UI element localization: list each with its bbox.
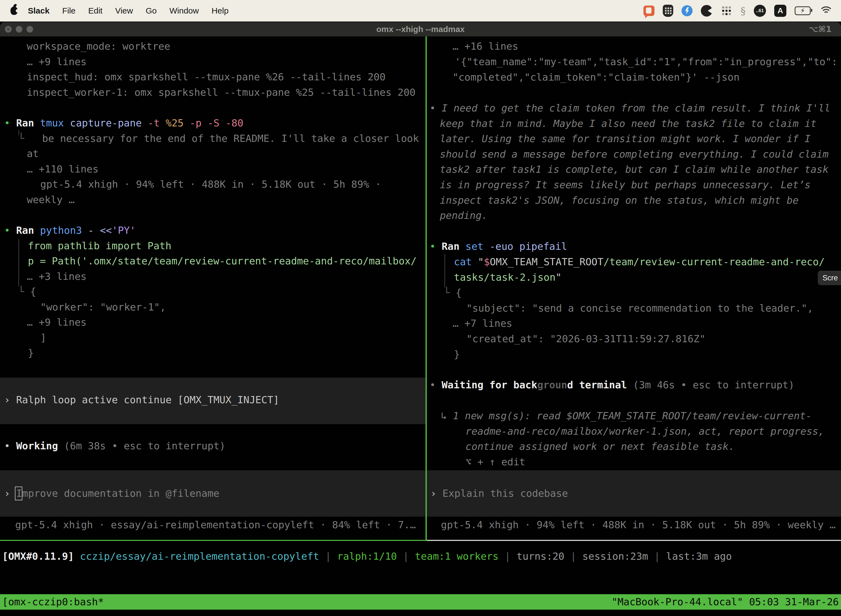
menu-bar: SlackFileEditViewGoWindowHelp § ..61 A ⚡: [0, 0, 841, 22]
term-line: "subject": "send a concise recommendatio…: [466, 301, 813, 316]
term-line: ↳ 1 new msg(s): read $OMX_TEAM_STATE_ROO…: [441, 408, 812, 424]
right-pane-border: [427, 540, 841, 541]
terminal-content: Scre workspace_mode: worktree… +9 linesi…: [0, 0, 841, 616]
term-line: keep that in mind. Maybe I also need the…: [440, 116, 816, 131]
shield-grid-icon[interactable]: [663, 5, 673, 17]
term-line: • Waiting for background terminal (3m 46…: [429, 377, 794, 393]
term-line: … +9 lines: [27, 315, 86, 330]
menu-item-file[interactable]: File: [56, 6, 82, 15]
term-line: └ {: [18, 284, 36, 299]
term-line: • Ran tmux capture-pane -t %25 -p -S -80: [4, 115, 243, 131]
chat-bubble-icon[interactable]: [643, 6, 655, 16]
tool-connector-line: [19, 239, 19, 286]
term-line: … +16 lines: [453, 39, 518, 54]
term-line: pending.: [440, 208, 488, 223]
term-line: • Working (6m 38s • esc to interrupt): [4, 438, 226, 454]
term-line: [OMX#0.11.9] cczip/essay/ai-reimplementa…: [2, 549, 732, 564]
term-line: }: [28, 345, 34, 361]
term-line: task2 after task1 is complete, but can I…: [440, 162, 829, 177]
term-line: … +7 lines: [453, 316, 512, 331]
term-line: └ {: [444, 285, 462, 301]
tmux-session-label: [omx-cczip0:bash*: [2, 594, 104, 610]
left-pane-border: [0, 540, 427, 541]
term-line: "worker": "worker-1",: [40, 299, 166, 315]
term-line: later. Using the same for transition mig…: [440, 131, 811, 147]
term-line: gpt-5.4 xhigh · essay/ai-reimplementatio…: [15, 517, 416, 532]
blue-bolt-icon[interactable]: [681, 5, 693, 16]
term-line: continue assigned work or next feasible …: [466, 439, 734, 454]
battery-bolt-glyph: ⚡: [800, 7, 805, 14]
term-line: • Ran python3 - <<'PY': [4, 223, 136, 238]
term-line: ]: [40, 330, 46, 346]
term-line: inspect_hud: omx sparkshell --tmux-pane …: [27, 69, 385, 85]
squiggle-icon[interactable]: §: [741, 5, 746, 16]
tmux-host-clock: "MacBook-Pro-44.local" 05:03 31-Mar-26: [611, 594, 839, 610]
term-line: p = Path('.omx/state/team/review-current…: [28, 253, 417, 269]
term-line: readme-and-reco/mailbox/worker-1.json, a…: [466, 424, 824, 439]
term-line: weekly …: [27, 192, 75, 208]
menu-status-icons: § ..61 A ⚡: [643, 5, 841, 17]
term-line: should send a message before completing …: [440, 147, 829, 162]
wifi-icon[interactable]: [819, 6, 831, 15]
menu-item-view[interactable]: View: [109, 6, 139, 15]
term-line: … +9 lines: [27, 54, 86, 70]
term-line: gpt-5.4 xhigh · 94% left · 488K in · 5.1…: [441, 517, 835, 532]
tooltip-label: Scre: [822, 274, 838, 282]
term-line: ⌥ + ↑ edit: [466, 454, 525, 470]
term-line: inspect task2's JSON, focusing on the st…: [440, 193, 799, 208]
term-line: from pathlib import Path: [28, 238, 171, 254]
term-line: … +3 lines: [27, 269, 86, 284]
term-line: workspace_mode: worktree: [27, 39, 170, 54]
term-line: at: [27, 146, 39, 161]
term-line: • Ran set -euo pipefail: [429, 239, 567, 254]
screen-tooltip: Scre: [818, 271, 841, 285]
term-line: inspect_worker-1: omx sparkshell --tmux-…: [27, 85, 416, 100]
term-line: is in progress? It seems likely but perh…: [440, 177, 811, 193]
term-line: › Explain this codebase: [431, 486, 568, 501]
term-line: tasks/task-2.json": [454, 270, 561, 285]
battery-charging-icon[interactable]: ⚡: [795, 6, 811, 15]
term-line: … +110 lines: [27, 161, 98, 177]
term-line: "completed","claim_token":"claim-token"}…: [453, 70, 740, 85]
timer-badge-icon[interactable]: ..61: [754, 5, 766, 17]
menu-item-go[interactable]: Go: [139, 6, 163, 15]
apple-menu-icon[interactable]: [10, 7, 18, 15]
term-line: '{"team_name":"my-team","task_id":"1","f…: [455, 54, 837, 70]
term-line: • I need to get the claim token from the…: [429, 100, 830, 116]
term-line: cat "$OMX_TEAM_STATE_ROOT/team/review-cu…: [454, 254, 825, 270]
menu-items: SlackFileEditViewGoWindowHelp: [22, 6, 235, 15]
tool-connector-line: [444, 254, 445, 287]
tmux-status-bar: [omx-cczip0:bash* "MacBook-Pro-44.local"…: [0, 594, 841, 610]
menu-item-help[interactable]: Help: [205, 6, 235, 15]
term-line: "created_at": "2026-03-31T11:59:27.816Z": [466, 331, 706, 347]
menu-item-slack[interactable]: Slack: [22, 6, 56, 15]
text-cursor: [15, 487, 22, 500]
term-line: }: [454, 347, 460, 362]
term-line: › Ralph loop active continue [OMX_TMUX_I…: [4, 392, 279, 408]
term-line: › Improve documentation in @filename: [4, 486, 219, 501]
term-line: gpt-5.4 xhigh · 94% left · 488K in · 5.1…: [40, 177, 381, 192]
term-line: └ be necessary for the end of the README…: [18, 131, 419, 146]
dark-crescent-icon[interactable]: [701, 5, 712, 16]
menu-item-edit[interactable]: Edit: [82, 6, 109, 15]
menu-item-window[interactable]: Window: [163, 6, 205, 15]
dots-grid-icon[interactable]: [721, 5, 732, 16]
a-badge-icon[interactable]: A: [774, 5, 786, 17]
pane-divider[interactable]: [425, 37, 427, 541]
